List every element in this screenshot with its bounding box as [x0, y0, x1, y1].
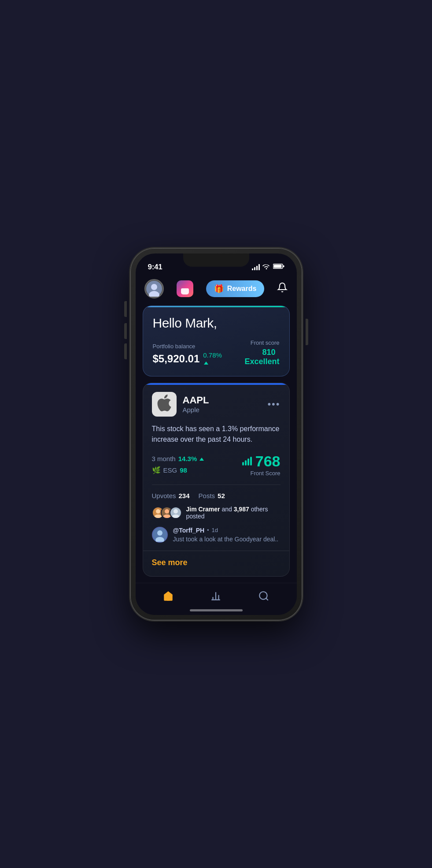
header-nav: 🎁 Rewards	[136, 275, 297, 304]
posts-label: Posts	[199, 492, 215, 499]
period-label: 3 month	[152, 455, 176, 462]
posters-row: Jim Cramer and 3,987 others posted	[152, 506, 281, 520]
stock-header: AAPL Apple •••	[152, 392, 281, 417]
status-time: 9:41	[148, 263, 162, 272]
phone-frame: 9:41	[130, 248, 302, 620]
stock-card: AAPL Apple ••• This stock has seen a 1.3…	[143, 383, 290, 577]
front-score-section: Front score 810 Excellent	[227, 339, 279, 366]
svg-rect-2	[283, 265, 284, 267]
stock-card-body: AAPL Apple ••• This stock has seen a 1.3…	[143, 383, 289, 544]
home-indicator	[190, 609, 243, 611]
balance-amount: $5,920.01	[153, 353, 200, 365]
comment-author: @Torff_PH	[173, 527, 205, 534]
comment-separator: •	[207, 527, 209, 533]
esg-metric: 🌿 ESG 98	[152, 466, 204, 474]
portfolio-details: Portfolio balance $5,920.01 0.78% Front …	[153, 339, 280, 366]
esg-value: 98	[180, 466, 187, 474]
stock-name-section: AAPL Apple	[183, 395, 209, 414]
balance-change: 0.78%	[203, 351, 227, 366]
svg-point-13	[157, 530, 162, 536]
phone-screen: 9:41	[136, 253, 297, 615]
period-up-icon	[199, 458, 204, 461]
metrics-divider	[152, 484, 281, 485]
stock-logo-section: AAPL Apple	[152, 392, 209, 417]
period-metric: 3 month 14.3%	[152, 455, 204, 462]
front-score-bars-icon	[242, 457, 252, 466]
svg-point-10	[174, 509, 178, 514]
gift-icon: 🎁	[214, 284, 224, 294]
charts-icon	[210, 590, 222, 605]
balance-label: Portfolio balance	[153, 343, 227, 350]
svg-rect-1	[273, 265, 281, 268]
comment-author-row: @Torff_PH • 1d	[173, 527, 281, 534]
see-more-button[interactable]: See more	[143, 558, 289, 576]
svg-point-11	[172, 514, 180, 518]
front-score-label: Front score	[227, 339, 279, 346]
poster-avatars	[152, 507, 182, 519]
notification-bell-icon[interactable]	[277, 282, 288, 295]
nav-home[interactable]	[155, 589, 181, 607]
metrics-right: 768 Front Score	[242, 453, 281, 477]
svg-point-7	[154, 514, 162, 518]
posts-value: 52	[218, 492, 225, 499]
svg-point-8	[165, 509, 169, 514]
front-score-quality: Excellent	[244, 357, 279, 366]
social-stats: Upvotes 234 Posts 52	[152, 492, 281, 499]
balance-row: $5,920.01 0.78%	[153, 351, 227, 366]
user-avatar[interactable]	[144, 279, 164, 298]
stock-front-score: 768	[255, 453, 281, 470]
poster-name: Jim Cramer	[186, 506, 220, 513]
poster-others-count: 3,987	[234, 506, 249, 513]
see-more-label: See more	[152, 558, 188, 567]
rewards-label: Rewards	[227, 285, 257, 293]
stock-front-score-label: Front Score	[242, 470, 281, 477]
svg-point-9	[163, 514, 171, 518]
stock-description: This stock has seen a 1.3% performance i…	[152, 424, 281, 445]
more-options-icon[interactable]: •••	[267, 399, 280, 410]
comment-preview: @Torff_PH • 1d Just took a look at the G…	[152, 527, 281, 544]
nav-charts[interactable]	[203, 589, 229, 607]
stock-metrics: 3 month 14.3% 🌿 ESG 98	[152, 453, 281, 477]
comment-time: 1d	[211, 527, 218, 533]
svg-point-4	[151, 284, 157, 290]
app-icon[interactable]	[177, 280, 193, 297]
metrics-left: 3 month 14.3% 🌿 ESG 98	[152, 455, 204, 474]
screen-content: 9:41	[136, 253, 297, 615]
portfolio-card: Hello Mark, Portfolio balance $5,920.01 …	[143, 305, 290, 376]
signal-icon	[252, 264, 260, 270]
comment-avatar	[152, 527, 168, 543]
period-change: 14.3%	[178, 455, 204, 462]
rewards-button[interactable]: 🎁 Rewards	[206, 280, 265, 297]
up-arrow-icon	[204, 361, 208, 365]
poster-avatar-3	[170, 507, 182, 519]
front-score-value: 810	[262, 348, 276, 357]
esg-label: ESG	[163, 466, 177, 474]
notch	[183, 253, 249, 267]
battery-icon	[273, 263, 284, 271]
stock-logo	[152, 392, 177, 417]
status-icons	[252, 263, 284, 271]
upvotes-stat: Upvotes 234	[152, 492, 190, 499]
portfolio-greeting: Hello Mark,	[153, 316, 280, 331]
esg-leaf-icon: 🌿	[152, 466, 161, 474]
upvotes-value: 234	[179, 492, 190, 499]
svg-point-6	[156, 509, 160, 514]
poster-description: Jim Cramer and 3,987 others posted	[186, 506, 281, 520]
stock-company: Apple	[183, 406, 209, 414]
svg-point-19	[259, 592, 267, 599]
nav-search[interactable]	[251, 589, 277, 607]
portfolio-balance-section: Portfolio balance $5,920.01 0.78%	[153, 343, 227, 366]
comment-text: Just took a look at the Goodyear deal..	[173, 536, 281, 543]
stock-ticker: AAPL	[183, 395, 209, 406]
front-score-row: 810 Excellent	[227, 348, 279, 366]
wifi-icon	[262, 263, 270, 271]
upvotes-label: Upvotes	[152, 492, 176, 499]
search-icon	[258, 590, 270, 605]
front-score-display: 768	[242, 453, 281, 470]
posts-stat: Posts 52	[199, 492, 225, 499]
apple-logo-icon	[157, 395, 172, 414]
comment-body: @Torff_PH • 1d Just took a look at the G…	[173, 527, 281, 543]
see-more-divider	[143, 551, 289, 551]
svg-line-20	[266, 598, 268, 600]
home-icon	[162, 590, 174, 605]
